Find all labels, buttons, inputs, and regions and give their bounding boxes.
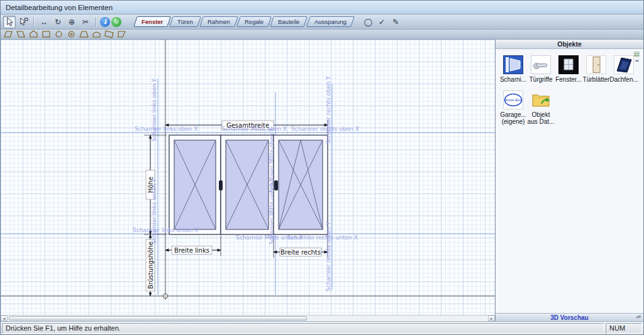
dimension-breite-links: Breite links (165, 236, 221, 256)
tab-bauteile[interactable]: Bauteile (270, 16, 308, 27)
profile-shape-icon (42, 30, 51, 38)
svg-text:Scharnier Mitte unten Y: Scharnier Mitte unten Y (269, 178, 275, 244)
tab-rahmen[interactable]: Rahmen (199, 16, 238, 27)
objects-panel-header: Objekte (496, 40, 643, 49)
profile-shape-button[interactable] (41, 30, 52, 39)
profile-shape-button[interactable] (53, 30, 64, 39)
detail-drawing: Gesamtbreite Höhe Brüstungshöh (1, 40, 495, 316)
profile-shape-button[interactable] (16, 30, 26, 39)
list-view-icon[interactable]: ▤ (634, 51, 640, 57)
svg-text:Scharnier rechts unten X: Scharnier rechts unten X (287, 234, 358, 241)
edit-button[interactable]: ✎ (389, 16, 402, 28)
refresh-3d-button[interactable]: ↻ (111, 17, 121, 27)
preview-3d-bar[interactable]: 3D Vorschau ▴▾ (496, 313, 643, 321)
rotate-icon: ↻ (55, 18, 61, 26)
object-item-tuerblaetter[interactable]: Türblätter (582, 55, 610, 83)
profile-toolbar (1, 30, 643, 40)
window-title: Detailbearbeitung von Elementen (6, 4, 113, 11)
object-item-objekt-aus-datenbank[interactable]: Objekt aus Dat... (527, 91, 555, 125)
canvas-wrapper: Gesamtbreite Höhe Brüstungshöh (1, 40, 495, 321)
collapse-icon[interactable]: ▴▴ (635, 58, 638, 62)
horizontal-scrollbar[interactable]: ◂ ▸ (1, 315, 495, 321)
cut-tool-button[interactable]: ✂ (79, 16, 92, 28)
rotate-tool-button[interactable]: ↻ (52, 16, 64, 28)
tab-regale[interactable]: Regale (236, 16, 272, 27)
profile-shape-icon (67, 30, 76, 38)
window-handle (219, 180, 223, 190)
toolbar-separator (96, 17, 96, 27)
roof-window-thumbnail-icon (614, 55, 634, 74)
main-toolbar: ↔ ↻ ⊕ ✂ i ↻ Fenster Türen Rahmen Regale … (1, 14, 643, 30)
objects-panel: Objekte ▤ ▴▴ Scharni... (495, 40, 643, 321)
hinge-thumbnail-icon (503, 55, 523, 74)
profile-shape-icon (104, 30, 114, 38)
objects-panel-title: Objekte (557, 40, 582, 48)
tab-fenster[interactable]: Fenster (133, 16, 171, 27)
svg-text:Scharnier Mitte oben X: Scharnier Mitte oben X (222, 126, 287, 132)
profile-shape-icon (4, 30, 13, 38)
pencil-icon: ✎ (392, 18, 399, 26)
status-bar: Drücken Sie F1, um Hilfe zu erhalten. NU… (1, 321, 643, 334)
scroll-left-button[interactable]: ◂ (1, 316, 8, 321)
info-icon: i (104, 18, 106, 26)
folder-import-icon (531, 91, 551, 109)
panel-resize-icon[interactable]: ▴▾ (636, 314, 641, 319)
window-thumbnail-icon (558, 55, 579, 74)
profile-shape-button[interactable] (91, 30, 102, 39)
object-item-garage-eigene[interactable]: Arcon Evo Garage... (eigene) (499, 91, 527, 125)
arcon-evo-logo-icon: Arcon Evo (503, 91, 523, 109)
scrollbar-track[interactable] (8, 316, 488, 321)
cursor-icon (5, 17, 14, 26)
profile-shape-button[interactable] (66, 30, 77, 39)
object-list: Scharni... Türgriffe (496, 49, 643, 133)
object-item-tuergriffe[interactable]: Türgriffe (527, 55, 555, 83)
object-item-fensterbaenke[interactable]: Fenster... (555, 55, 582, 83)
confirm-button[interactable]: ✓ (375, 16, 388, 28)
center-tool-button[interactable]: ⊕ (65, 16, 78, 28)
scroll-right-button[interactable]: ▸ (488, 316, 495, 321)
svg-text:Scharnier links unten X: Scharnier links unten X (133, 227, 198, 233)
profile-shape-icon (92, 30, 101, 38)
door-leaf-thumbnail-icon (586, 55, 606, 74)
info-button[interactable]: i (100, 17, 110, 27)
svg-text:Scharnier rechts unten Y: Scharnier rechts unten Y (325, 221, 331, 292)
select-tool-button[interactable] (3, 16, 16, 28)
element-category-tabs: Fenster Türen Rahmen Regale Bauteile Aus… (135, 16, 354, 27)
profile-shape-icon (79, 30, 89, 38)
ellipse-icon: ◯ (364, 18, 372, 26)
profile-shape-icon (54, 30, 64, 38)
profile-shape-button[interactable] (104, 30, 114, 39)
tab-tueren[interactable]: Türen (170, 16, 201, 27)
profile-shape-icon (16, 30, 26, 38)
ellipse-tool-button[interactable]: ◯ (362, 16, 374, 28)
svg-text:Breite rechts: Breite rechts (280, 249, 321, 256)
profile-shape-icon (117, 30, 126, 38)
svg-text:Scharnier links unten Y: Scharnier links unten Y (151, 178, 157, 244)
object-item-scharniere[interactable]: Scharni... (499, 55, 527, 83)
application-window: Detailbearbeitung von Elementen ↔ ↻ ⊕ ✂ … (0, 0, 644, 335)
toolbar-separator (33, 17, 34, 27)
main-area: Gesamtbreite Höhe Brüstungshöh (1, 40, 643, 321)
svg-text:Scharnier links oben Y: Scharnier links oben Y (151, 78, 157, 141)
tab-aussparung[interactable]: Aussparung (306, 16, 354, 27)
profile-shape-icon (29, 30, 38, 38)
status-help-text: Drücken Sie F1, um Hilfe zu erhalten. (2, 323, 604, 334)
svg-text:Brüstungshöhe: Brüstungshöhe (147, 241, 154, 289)
profile-shape-button[interactable] (116, 30, 127, 39)
refresh-icon: ↻ (114, 18, 119, 25)
scrollbar-thumb[interactable] (9, 316, 307, 321)
measure-tool-button[interactable]: ↔ (38, 16, 50, 28)
profile-shape-button[interactable] (28, 30, 39, 39)
svg-text:Breite links: Breite links (174, 247, 209, 254)
cursor-plus-icon (19, 17, 28, 26)
select-add-tool-button[interactable] (17, 16, 30, 28)
scissors-icon: ✂ (82, 18, 89, 26)
svg-text:Scharnier links oben X: Scharnier links oben X (135, 126, 198, 132)
profile-shape-button[interactable] (3, 30, 14, 39)
door-handle-thumbnail-icon (531, 55, 551, 74)
svg-text:Scharnier rechts oben Y: Scharnier rechts oben Y (325, 76, 331, 144)
center-target-icon: ⊕ (69, 18, 75, 26)
drawing-canvas[interactable]: Gesamtbreite Höhe Brüstungshöh (1, 40, 495, 316)
profile-shape-button[interactable] (79, 30, 89, 39)
window-element-drawing[interactable] (169, 135, 328, 234)
